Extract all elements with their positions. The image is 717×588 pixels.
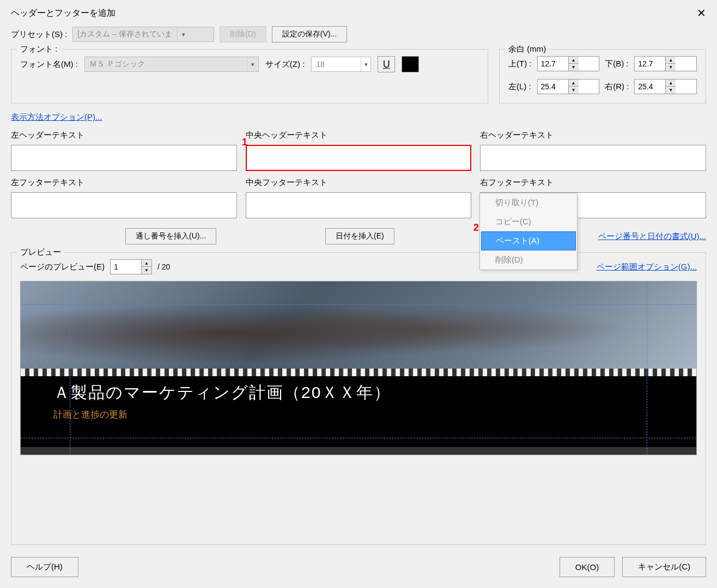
preview-legend: プレビュー (17, 247, 64, 258)
down-icon[interactable]: ▼ (666, 87, 676, 94)
margin-top-spin[interactable]: ▲▼ (537, 56, 600, 71)
context-delete: 削除(D) (480, 250, 577, 270)
margin-top-label: 上(T) : (508, 59, 532, 69)
footer-row: ヘルプ(H) OK(O) キャンセル(C) (11, 550, 706, 577)
down-icon[interactable]: ▼ (142, 267, 151, 274)
font-name-label: フォント名(M) : (20, 59, 78, 70)
center-footer-input[interactable] (246, 192, 472, 218)
right-footer-label: 右フッターテキスト (480, 177, 706, 188)
ok-button[interactable]: OK(O) (560, 557, 615, 577)
font-size-input[interactable] (312, 57, 361, 71)
margin-top-input[interactable] (538, 57, 568, 71)
margin-left-label: 左(L) : (508, 82, 532, 92)
context-copy: コピー(C) (480, 212, 577, 231)
right-header-label: 右ヘッダーテキスト (480, 130, 706, 140)
page-preview-spin[interactable]: ▲▼ (110, 259, 152, 274)
font-size-combo[interactable]: ▾ (311, 57, 371, 72)
page-date-format-link[interactable]: ページ番号と日付の書式(U)... (598, 231, 706, 242)
down-icon[interactable]: ▼ (666, 64, 676, 71)
up-icon[interactable]: ▲ (569, 79, 579, 87)
margin-legend: 余白 (mm) (505, 44, 549, 54)
up-icon[interactable]: ▲ (142, 260, 151, 267)
font-fieldset: フォント : フォント名(M) : ▾ サイズ(Z) : ▾ U (11, 49, 488, 103)
margin-left-input[interactable] (538, 79, 568, 94)
font-name-input[interactable] (85, 57, 247, 71)
header-footer-dialog: ヘッダーとフッターを追加 ✕ プリセット(S) : ▾ 削除(D) 設定の保存(… (0, 0, 717, 588)
preview-fieldset: プレビュー ページのプレビュー(E) ▲▼ / 20 ページ範囲オプション(G)… (11, 252, 706, 545)
up-icon[interactable]: ▲ (569, 57, 579, 64)
margin-bottom-spin[interactable]: ▲▼ (634, 56, 697, 71)
help-button[interactable]: ヘルプ(H) (11, 557, 78, 577)
left-footer-label: 左フッターテキスト (11, 177, 237, 188)
left-footer-input[interactable] (11, 192, 237, 218)
preset-input[interactable] (73, 27, 177, 41)
down-icon[interactable]: ▼ (569, 87, 579, 94)
preview-image (21, 281, 696, 369)
chevron-down-icon[interactable]: ▾ (177, 27, 189, 41)
left-header-label: 左ヘッダーテキスト (11, 130, 237, 140)
margin-left-spin[interactable]: ▲▼ (537, 79, 600, 94)
close-icon[interactable]: ✕ (697, 7, 706, 20)
center-footer-label: 中央フッターテキスト (246, 177, 472, 188)
save-settings-button[interactable]: 設定の保存(V)... (272, 26, 347, 42)
page-preview-input[interactable] (111, 260, 141, 274)
underline-button[interactable]: U (378, 56, 395, 72)
margin-right-label: 右(R) : (605, 82, 629, 92)
chevron-down-icon[interactable]: ▾ (361, 57, 370, 71)
margin-right-spin[interactable]: ▲▼ (634, 79, 697, 94)
context-menu: 切り取り(T) コピー(C) ペースト(A) 削除(D) (479, 193, 578, 270)
display-options-link[interactable]: 表示方法オプション(P)... (11, 112, 706, 122)
context-paste[interactable]: ペースト(A) (481, 231, 576, 250)
page-preview-label: ページのプレビュー(E) (20, 262, 105, 272)
margin-bottom-input[interactable] (635, 57, 665, 71)
insert-date-button[interactable]: 日付を挿入(E) (325, 228, 394, 244)
color-button[interactable] (402, 56, 419, 72)
insert-row: 通し番号を挿入(U)... 日付を挿入(E) ページ番号と日付の書式(U)... (11, 228, 706, 244)
right-header-input[interactable] (480, 145, 706, 171)
marker-2: 2 (473, 222, 479, 234)
dialog-title: ヘッダーとフッターを追加 (11, 8, 116, 19)
preview-sub-text: 計画と進捗の更新 (53, 408, 664, 421)
font-size-label: サイズ(Z) : (265, 59, 305, 70)
page-total-label: / 20 (157, 262, 170, 271)
up-icon[interactable]: ▲ (666, 57, 676, 64)
titlebar: ヘッダーとフッターを追加 ✕ (0, 0, 717, 26)
chevron-down-icon[interactable]: ▾ (247, 57, 258, 71)
delete-button: 削除(D) (220, 26, 266, 42)
tear-divider (21, 369, 696, 376)
margin-right-input[interactable] (635, 79, 665, 94)
cancel-button[interactable]: キャンセル(C) (622, 557, 706, 577)
page-range-link[interactable]: ページ範囲オプション(G)... (597, 262, 697, 272)
font-legend: フォント : (17, 44, 60, 54)
context-cut: 切り取り(T) (480, 193, 577, 212)
text-grid: 1 左ヘッダーテキスト 中央ヘッダーテキスト 右ヘッダーテキスト 左フッターテキ… (11, 130, 706, 218)
margin-bottom-label: 下(B) : (605, 59, 629, 69)
preset-label: プリセット(S) : (11, 29, 67, 40)
preset-row: プリセット(S) : ▾ 削除(D) 設定の保存(V)... (11, 26, 706, 42)
center-header-label: 中央ヘッダーテキスト (246, 130, 472, 140)
center-header-input[interactable] (246, 145, 472, 171)
insert-page-number-button[interactable]: 通し番号を挿入(U)... (125, 228, 216, 244)
preview-canvas: Ａ製品のマーケティング計画（20ＸＸ年） 計画と進捗の更新 (20, 281, 697, 455)
marker-1: 1 (242, 137, 247, 148)
up-icon[interactable]: ▲ (666, 79, 676, 87)
font-name-combo[interactable]: ▾ (84, 57, 259, 72)
preview-dark: Ａ製品のマーケティング計画（20ＸＸ年） 計画と進捗の更新 (21, 376, 696, 447)
preview-big-text: Ａ製品のマーケティング計画（20ＸＸ年） (53, 382, 664, 404)
left-header-input[interactable] (11, 145, 237, 171)
preset-combo[interactable]: ▾ (72, 27, 214, 42)
margin-fieldset: 余白 (mm) 上(T) : ▲▼ 下(B) : ▲▼ 左(L) : ▲▼ 右(… (499, 49, 706, 103)
down-icon[interactable]: ▼ (569, 64, 579, 71)
